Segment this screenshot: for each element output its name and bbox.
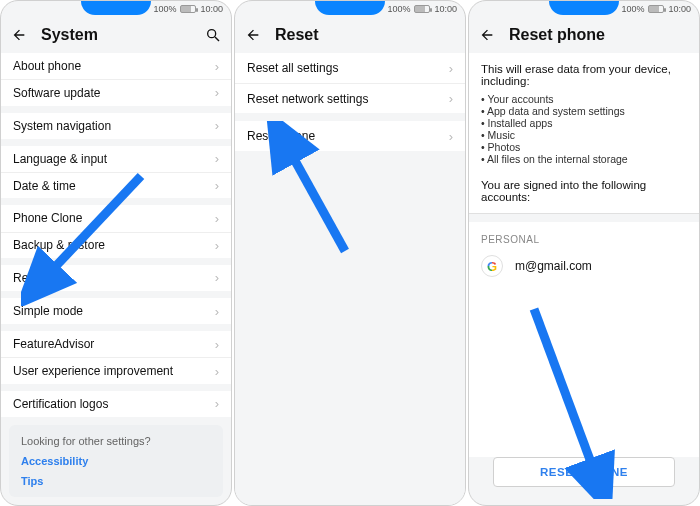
- back-icon[interactable]: [11, 27, 27, 43]
- empty-space: [235, 151, 465, 505]
- battery-pct: 100%: [387, 4, 410, 14]
- row-label: System navigation: [13, 119, 111, 133]
- divider: [1, 106, 231, 113]
- back-icon[interactable]: [479, 27, 495, 43]
- row-label: Software update: [13, 86, 100, 100]
- row-label: Certification logos: [13, 397, 108, 411]
- chevron-right-icon: ›: [449, 130, 453, 143]
- row-label: Reset phone: [247, 129, 315, 143]
- empty-space: [469, 289, 699, 457]
- footer-text: Looking for other settings?: [21, 435, 151, 447]
- chevron-right-icon: ›: [215, 397, 219, 410]
- row-label: FeatureAdvisor: [13, 337, 94, 351]
- divider: [1, 291, 231, 298]
- battery-icon: [648, 5, 664, 13]
- page-title: System: [41, 26, 191, 44]
- account-row[interactable]: G m@gmail.com: [469, 251, 699, 289]
- chevron-right-icon: ›: [215, 60, 219, 73]
- divider: [235, 113, 465, 121]
- chevron-right-icon: ›: [215, 179, 219, 192]
- row-about-phone[interactable]: About phone›: [1, 53, 231, 79]
- bullet: All files on the internal storage: [481, 153, 687, 165]
- row-label: Reset: [13, 271, 44, 285]
- footer-card: Looking for other settings? Accessibilit…: [9, 425, 223, 497]
- divider: [469, 214, 699, 222]
- phone-screen-reset: 100% 10:00 Reset Reset all settings› Res…: [234, 0, 466, 506]
- row-featureadvisor[interactable]: FeatureAdvisor›: [1, 331, 231, 357]
- clock: 10:00: [200, 4, 223, 14]
- svg-point-0: [208, 30, 216, 38]
- chevron-right-icon: ›: [449, 92, 453, 105]
- signed-in-text: You are signed into the following accoun…: [469, 173, 699, 214]
- chevron-right-icon: ›: [449, 62, 453, 75]
- chevron-right-icon: ›: [215, 212, 219, 225]
- bullet: Photos: [481, 141, 687, 153]
- reset-phone-content: This will erase data from your device, i…: [469, 53, 699, 505]
- row-reset[interactable]: Reset›: [1, 265, 231, 291]
- row-label: User experience improvement: [13, 364, 173, 378]
- header: System: [1, 17, 231, 53]
- notch: [81, 1, 151, 15]
- header: Reset: [235, 17, 465, 53]
- erase-description: This will erase data from your device, i…: [469, 53, 699, 93]
- account-email: m@gmail.com: [515, 259, 592, 273]
- section-personal: PERSONAL: [469, 222, 699, 251]
- row-date-time[interactable]: Date & time›: [1, 172, 231, 198]
- row-label: Backup & restore: [13, 238, 105, 252]
- row-label: Date & time: [13, 179, 76, 193]
- battery-pct: 100%: [153, 4, 176, 14]
- row-label: About phone: [13, 59, 81, 73]
- settings-list: About phone› Software update› System nav…: [1, 53, 231, 505]
- chevron-right-icon: ›: [215, 338, 219, 351]
- row-backup-restore[interactable]: Backup & restore›: [1, 232, 231, 258]
- notch: [315, 1, 385, 15]
- row-language-input[interactable]: Language & input›: [1, 146, 231, 172]
- battery-pct: 100%: [621, 4, 644, 14]
- row-reset-all-settings[interactable]: Reset all settings›: [235, 53, 465, 83]
- divider: [1, 198, 231, 205]
- reset-list: Reset all settings› Reset network settin…: [235, 53, 465, 505]
- erase-bullets: Your accounts App data and system settin…: [469, 93, 699, 173]
- bullet: Music: [481, 129, 687, 141]
- chevron-right-icon: ›: [215, 305, 219, 318]
- row-certification-logos[interactable]: Certification logos›: [1, 391, 231, 417]
- row-user-experience[interactable]: User experience improvement›: [1, 357, 231, 383]
- row-label: Simple mode: [13, 304, 83, 318]
- row-reset-network-settings[interactable]: Reset network settings›: [235, 83, 465, 113]
- row-simple-mode[interactable]: Simple mode›: [1, 298, 231, 324]
- row-software-update[interactable]: Software update›: [1, 79, 231, 105]
- search-icon[interactable]: [205, 27, 221, 43]
- reset-phone-button[interactable]: RESET PHONE: [493, 457, 675, 487]
- google-icon: G: [481, 255, 503, 277]
- row-reset-phone[interactable]: Reset phone›: [235, 121, 465, 151]
- row-label: Reset all settings: [247, 61, 338, 75]
- link-accessibility[interactable]: Accessibility: [21, 455, 211, 467]
- page-title: Reset: [275, 26, 455, 44]
- clock: 10:00: [668, 4, 691, 14]
- back-icon[interactable]: [245, 27, 261, 43]
- page-title: Reset phone: [509, 26, 689, 44]
- header: Reset phone: [469, 17, 699, 53]
- divider: [1, 258, 231, 265]
- chevron-right-icon: ›: [215, 239, 219, 252]
- divider: [1, 139, 231, 146]
- row-label: Reset network settings: [247, 92, 368, 106]
- divider: [1, 324, 231, 331]
- notch: [549, 1, 619, 15]
- bullet: App data and system settings: [481, 105, 687, 117]
- divider: [1, 384, 231, 391]
- link-tips[interactable]: Tips: [21, 475, 211, 487]
- phone-screen-reset-phone: 100% 10:00 Reset phone This will erase d…: [468, 0, 700, 506]
- chevron-right-icon: ›: [215, 365, 219, 378]
- bullet: Your accounts: [481, 93, 687, 105]
- phone-screen-system: 100% 10:00 System About phone› Software …: [0, 0, 232, 506]
- row-phone-clone[interactable]: Phone Clone›: [1, 205, 231, 231]
- battery-icon: [180, 5, 196, 13]
- chevron-right-icon: ›: [215, 119, 219, 132]
- chevron-right-icon: ›: [215, 152, 219, 165]
- chevron-right-icon: ›: [215, 86, 219, 99]
- svg-line-1: [215, 37, 219, 41]
- chevron-right-icon: ›: [215, 271, 219, 284]
- row-label: Language & input: [13, 152, 107, 166]
- row-system-navigation[interactable]: System navigation›: [1, 113, 231, 139]
